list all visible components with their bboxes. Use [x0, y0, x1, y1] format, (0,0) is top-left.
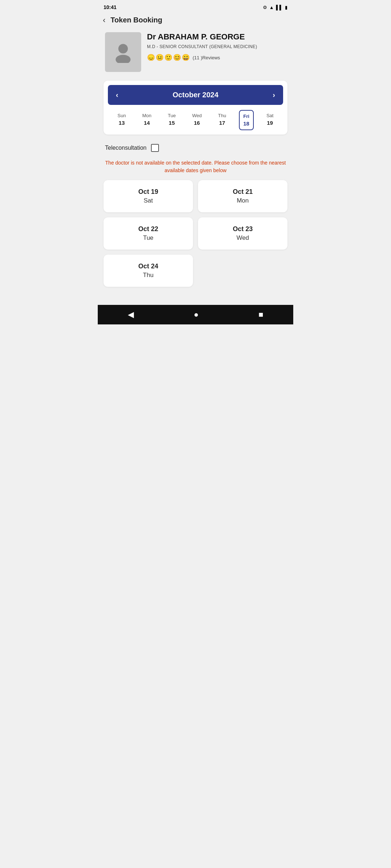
date-card-day: Wed: [204, 234, 282, 242]
day-num: 16: [194, 120, 200, 126]
day-num: 18: [243, 120, 249, 127]
doctor-name: Dr ABRAHAM P. GEORGE: [147, 32, 286, 42]
svg-point-1: [115, 55, 130, 63]
nav-back-button[interactable]: ◀: [121, 309, 141, 321]
date-card-month: Oct 24: [109, 263, 187, 270]
warning-text: The doctor is not available on the selec…: [105, 160, 286, 173]
page-title: Token Booking: [110, 16, 162, 24]
doctor-specialty: M.D - SENIOR CONSULTANT (GENERAL MEDICIN…: [147, 44, 286, 50]
status-icons: ⚙ ▲ ▌▌ ▮: [263, 5, 287, 10]
calendar-days: Sun13Mon14Tue15Wed16Thu17Fri18Sat19: [108, 110, 283, 130]
emoji-5: 😄: [182, 54, 190, 61]
calendar-container: ‹ October 2024 › Sun13Mon14Tue15Wed16Thu…: [104, 81, 287, 135]
date-card-day: Thu: [109, 272, 187, 279]
wifi-icon: ▲: [269, 5, 274, 10]
date-card-month: Oct 21: [204, 188, 282, 196]
date-card-day: Tue: [109, 234, 187, 242]
date-card-month: Oct 23: [204, 225, 282, 233]
day-name: Sat: [266, 113, 274, 118]
doctor-avatar: [105, 32, 141, 72]
date-card-month: Oct 22: [109, 225, 187, 233]
top-bar: ‹ Token Booking: [98, 13, 293, 29]
nav-recent-button[interactable]: ■: [251, 309, 270, 321]
calendar-next-button[interactable]: ›: [271, 91, 277, 99]
back-button[interactable]: ‹: [103, 16, 105, 24]
day-name: Fri: [243, 114, 249, 119]
date-card-Oct-21-Mon[interactable]: Oct 21Mon: [198, 180, 287, 212]
signal-icon: ▌▌: [276, 5, 283, 10]
date-card-day: Sat: [109, 197, 187, 204]
calendar-day-16[interactable]: Wed16: [189, 110, 206, 130]
day-name: Wed: [192, 113, 202, 118]
calendar-day-15[interactable]: Tue15: [164, 110, 179, 130]
rating-row: 😞 😐 🙂 😊 😄 (11 )Reviews: [147, 54, 286, 61]
warning-message: The doctor is not available on the selec…: [98, 157, 293, 180]
date-grid: Oct 19SatOct 21MonOct 22TueOct 23WedOct …: [98, 180, 293, 294]
status-time: 10:41: [104, 4, 117, 10]
date-card-Oct-19-Sat[interactable]: Oct 19Sat: [104, 180, 193, 212]
emoji-2: 😐: [156, 54, 164, 61]
calendar-day-13[interactable]: Sun13: [114, 110, 130, 130]
settings-icon: ⚙: [263, 5, 267, 10]
date-card-Oct-22-Tue[interactable]: Oct 22Tue: [104, 217, 193, 250]
teleconsult-checkbox[interactable]: [151, 144, 159, 152]
calendar-day-19[interactable]: Sat19: [263, 110, 277, 130]
day-name: Mon: [142, 113, 151, 118]
emoji-4: 😊: [173, 54, 181, 61]
day-num: 19: [267, 120, 273, 126]
calendar-prev-button[interactable]: ‹: [114, 91, 120, 99]
doctor-info: Dr ABRAHAM P. GEORGE M.D - SENIOR CONSUL…: [147, 32, 286, 61]
date-card-Oct-24-Thu[interactable]: Oct 24Thu: [104, 255, 193, 287]
date-card-month: Oct 19: [109, 188, 187, 196]
day-name: Tue: [168, 113, 176, 118]
teleconsult-row: Teleconsultation: [98, 140, 293, 156]
calendar-month-label: October 2024: [173, 91, 219, 99]
day-name: Sun: [118, 113, 126, 118]
avatar-icon: [112, 41, 134, 63]
calendar-day-14[interactable]: Mon14: [139, 110, 155, 130]
teleconsult-label: Teleconsultation: [105, 145, 147, 151]
reviews-count: (11 )Reviews: [193, 55, 220, 60]
date-card-day: Mon: [204, 197, 282, 204]
day-num: 17: [219, 120, 225, 126]
calendar-day-17[interactable]: Thu17: [214, 110, 230, 130]
day-name: Thu: [218, 113, 226, 118]
svg-point-0: [118, 44, 128, 54]
battery-icon: ▮: [285, 5, 287, 10]
doctor-card: Dr ABRAHAM P. GEORGE M.D - SENIOR CONSUL…: [98, 29, 293, 78]
emoji-faces: 😞 😐 🙂 😊 😄: [147, 54, 190, 61]
emoji-1: 😞: [147, 54, 155, 61]
nav-bar: ◀ ● ■: [98, 305, 293, 324]
status-bar: 10:41 ⚙ ▲ ▌▌ ▮: [98, 0, 293, 13]
calendar-header: ‹ October 2024 ›: [108, 85, 283, 105]
emoji-3: 🙂: [164, 54, 172, 61]
day-num: 15: [169, 120, 175, 126]
calendar-day-18[interactable]: Fri18: [239, 110, 254, 130]
date-card-Oct-23-Wed[interactable]: Oct 23Wed: [198, 217, 287, 250]
nav-home-button[interactable]: ●: [186, 309, 206, 321]
day-num: 14: [144, 120, 150, 126]
day-num: 13: [119, 120, 125, 126]
